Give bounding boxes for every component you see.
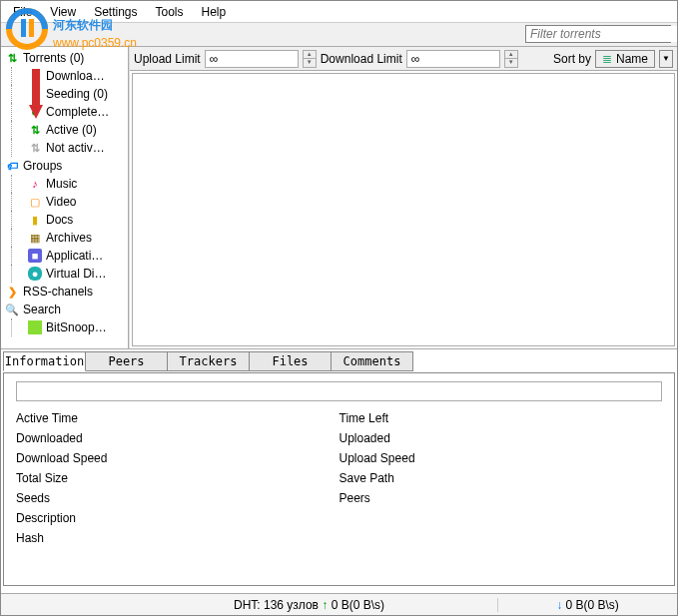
info-active-time: Active Time <box>16 411 339 431</box>
info-seeds: Seeds <box>16 491 339 511</box>
tree-archives[interactable]: ▦ Archives <box>1 229 128 247</box>
tree: ⇅ Torrents (0) ↓ Downloa… ↑ Seeding (0) … <box>1 47 128 338</box>
filter-input[interactable] <box>526 26 678 42</box>
tree-torrents[interactable]: ⇅ Torrents (0) <box>1 49 128 67</box>
tree-label: Search <box>23 303 128 316</box>
statusbar: DHT: 136 узлов ↑ 0 B(0 B\s) ↓ 0 B(0 B\s) <box>1 593 677 615</box>
tree-downloading[interactable]: ↓ Downloa… <box>1 67 128 85</box>
upload-spinner[interactable]: ▲▼ <box>303 50 317 68</box>
info-hash: Hash <box>16 531 339 551</box>
menu-file[interactable]: File <box>5 3 40 21</box>
archive-icon: ▦ <box>28 231 42 245</box>
limit-bar: Upload Limit ∞ ▲▼ Download Limit ∞ ▲▼ So… <box>130 47 677 71</box>
info-upload-speed: Upload Speed <box>339 451 663 471</box>
download-icon: ↓ <box>28 69 42 83</box>
tree-search[interactable]: 🔍 Search <box>1 301 128 318</box>
info-downloaded: Downloaded <box>16 431 339 451</box>
disc-icon: ● <box>28 267 42 281</box>
rss-icon: ❯ <box>5 285 19 299</box>
info-description: Description <box>16 511 339 531</box>
tree-label: Groups <box>23 159 128 173</box>
up-arrow-icon: ↑ <box>322 598 331 612</box>
menubar: File View Settings Tools Help <box>1 1 677 23</box>
tree-apps[interactable]: ■ Applicati… <box>1 247 128 265</box>
site-icon <box>28 320 42 334</box>
download-limit-input[interactable]: ∞ <box>406 50 500 68</box>
filter-box: 🔍 <box>525 25 671 43</box>
search-icon: 🔍 <box>5 303 19 316</box>
download-limit-label: Download Limit <box>321 52 402 66</box>
tab-comments[interactable]: Comments <box>331 351 413 371</box>
upload-limit-input[interactable]: ∞ <box>205 50 299 68</box>
tree-label: Virtual Di… <box>46 267 128 281</box>
tree-inactive[interactable]: ⇅ Not activ… <box>1 139 128 157</box>
tree-label: Archives <box>46 231 128 245</box>
info-col-left: Active Time Downloaded Download Speed To… <box>16 411 339 551</box>
menu-tools[interactable]: Tools <box>148 3 192 21</box>
tree-completed[interactable]: ✔ Complete… <box>1 103 128 121</box>
tab-peers[interactable]: Peers <box>85 351 168 371</box>
up-icon: ↑ <box>28 87 42 101</box>
tree-label: Docs <box>46 213 128 227</box>
tree-label: Applicati… <box>46 249 128 263</box>
toolbar: 🔍 <box>1 23 677 47</box>
status-up: 0 B(0 B\s) <box>332 598 384 612</box>
menu-help[interactable]: Help <box>194 3 235 21</box>
check-icon: ✔ <box>28 105 42 119</box>
info-peers: Peers <box>339 491 663 511</box>
sort-by-label: Sort by <box>553 52 591 66</box>
sidebar: ⇅ Torrents (0) ↓ Downloa… ↑ Seeding (0) … <box>1 47 129 348</box>
app-icon: ■ <box>28 249 42 263</box>
video-icon: ▢ <box>28 195 42 209</box>
tab-information[interactable]: Information <box>3 351 86 371</box>
tree-label: Downloa… <box>46 69 128 83</box>
tree-docs[interactable]: ▮ Docs <box>1 211 128 229</box>
upload-limit-label: Upload Limit <box>134 52 201 66</box>
tag-icon: 🏷 <box>5 159 19 173</box>
tree-groups[interactable]: 🏷 Groups <box>1 157 128 175</box>
tree-label: Seeding (0) <box>46 87 128 101</box>
status-center: DHT: 136 узлов ↑ 0 B(0 B\s) <box>121 598 497 612</box>
tree-video[interactable]: ▢ Video <box>1 193 128 211</box>
active-icon: ⇅ <box>28 123 42 137</box>
tree-label: RSS-chanels <box>23 285 128 299</box>
info-uploaded: Uploaded <box>339 431 663 451</box>
music-icon: ♪ <box>28 177 42 191</box>
sort-value: Name <box>616 52 648 66</box>
torrent-list[interactable] <box>132 73 675 346</box>
tab-body: Active Time Downloaded Download Speed To… <box>3 372 675 586</box>
tree-seeding[interactable]: ↑ Seeding (0) <box>1 85 128 103</box>
tab-trackers[interactable]: Trackers <box>167 351 250 371</box>
download-spinner[interactable]: ▲▼ <box>504 50 518 68</box>
tree-music[interactable]: ♪ Music <box>1 175 128 193</box>
tree-label: Active (0) <box>46 123 128 137</box>
details-panel: Information Peers Trackers Files Comment… <box>1 348 677 588</box>
tree-label: BitSnoop… <box>46 320 128 334</box>
tree-label: Complete… <box>46 105 128 119</box>
tree-label: Not activ… <box>46 141 128 155</box>
status-down: 0 B(0 B\s) <box>565 598 618 612</box>
inactive-icon: ⇅ <box>28 141 42 155</box>
sort-dropdown[interactable]: ▼ <box>659 50 673 68</box>
content: Upload Limit ∞ ▲▼ Download Limit ∞ ▲▼ So… <box>129 47 677 348</box>
menu-settings[interactable]: Settings <box>86 3 145 21</box>
tab-files[interactable]: Files <box>249 351 332 371</box>
info-grid: Active Time Downloaded Download Speed To… <box>16 411 662 551</box>
menu-view[interactable]: View <box>42 3 84 21</box>
updown-icon: ⇅ <box>5 51 19 65</box>
main: ⇅ Torrents (0) ↓ Downloa… ↑ Seeding (0) … <box>1 47 677 348</box>
tree-label: Torrents (0) <box>23 51 128 65</box>
torrent-title-field[interactable] <box>16 381 662 401</box>
tree-label: Music <box>46 177 128 191</box>
status-dht: DHT: 136 узлов <box>234 598 319 612</box>
info-time-left: Time Left <box>339 411 663 431</box>
tree-active[interactable]: ⇅ Active (0) <box>1 121 128 139</box>
tree-rss[interactable]: ❯ RSS-chanels <box>1 283 128 301</box>
info-col-right: Time Left Uploaded Upload Speed Save Pat… <box>339 411 663 551</box>
tree-virtual[interactable]: ● Virtual Di… <box>1 265 128 283</box>
info-save-path: Save Path <box>339 471 663 491</box>
tree-bitsnoop[interactable]: BitSnoop… <box>1 318 128 336</box>
sort-button[interactable]: ≣ Name <box>595 50 655 68</box>
sort-icon: ≣ <box>602 52 612 66</box>
info-total-size: Total Size <box>16 471 339 491</box>
